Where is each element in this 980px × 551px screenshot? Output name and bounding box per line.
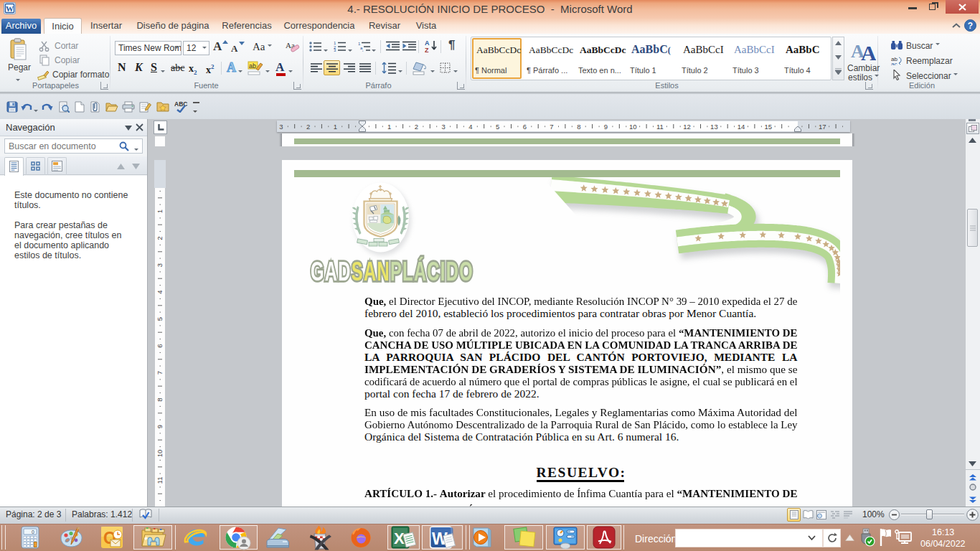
svg-text:11: 11 [156,477,164,484]
svg-text:Z: Z [425,47,429,53]
svg-text:?: ? [968,21,973,31]
svg-text:5: 5 [496,123,499,131]
svg-text:2: 2 [415,123,418,131]
svg-text:A: A [861,41,876,62]
svg-text:6: 6 [523,123,527,131]
svg-text:4: 4 [156,290,164,293]
svg-text:15: 15 [765,123,773,131]
svg-text:8: 8 [156,397,164,401]
svg-text:0: 0 [32,529,34,534]
svg-text:9: 9 [604,123,608,131]
svg-text:7: 7 [156,371,164,375]
svg-text:14: 14 [738,123,745,131]
svg-text:10: 10 [629,123,637,131]
svg-text:1: 1 [334,123,337,131]
svg-text:W: W [6,4,14,13]
svg-text:3: 3 [279,123,283,131]
svg-text:7: 7 [550,123,553,131]
svg-text:9: 9 [156,425,164,428]
svg-text:ABC: ABC [174,100,187,108]
svg-text:2: 2 [306,123,310,131]
svg-text:4: 4 [468,123,472,131]
svg-text:A: A [425,39,430,47]
svg-text:ac: ac [891,61,897,65]
svg-text:12: 12 [683,123,691,131]
svg-text:8: 8 [577,123,580,131]
svg-text:13: 13 [710,123,718,131]
svg-text:X: X [394,529,405,547]
svg-text:ab: ab [249,62,256,70]
svg-text:i: i [362,50,363,52]
svg-text:10: 10 [156,450,164,458]
svg-text:3: 3 [156,263,164,267]
svg-text:5: 5 [156,317,164,321]
svg-text:3: 3 [442,123,446,131]
svg-text:3: 3 [334,48,336,52]
svg-text:1: 1 [387,123,391,131]
svg-text:1: 1 [156,209,164,213]
svg-text:2: 2 [156,236,164,240]
svg-text:17: 17 [819,123,826,131]
svg-text:6: 6 [156,344,164,347]
svg-text:11: 11 [656,123,664,131]
